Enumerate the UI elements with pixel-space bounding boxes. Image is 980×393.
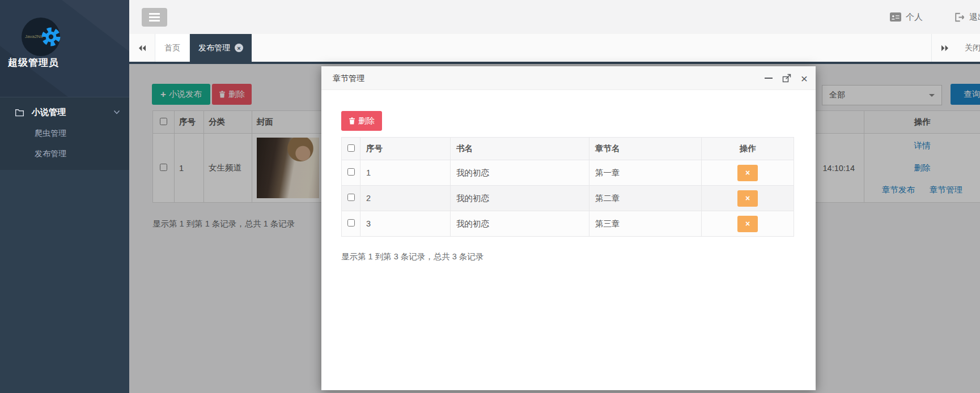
sidebar-item-novel-management[interactable]: 小说管理 <box>0 101 129 123</box>
sidebar-item-label: 小说管理 <box>32 107 66 118</box>
cell-book: 我的初恋 <box>451 160 589 186</box>
sidebar-profile: Java2Nb 超级管理员 <box>0 0 129 97</box>
sidebar-item-publish-management[interactable]: 发布管理 <box>0 144 129 164</box>
logout-label: 退出 <box>969 12 980 23</box>
sidebar-toggle-button[interactable] <box>142 8 167 27</box>
delete-chapter-row-button[interactable]: × <box>737 190 758 207</box>
double-right-arrow-icon <box>940 44 949 52</box>
tabs-scroll-right-button[interactable] <box>931 34 957 62</box>
tab-label: 发布管理 <box>198 43 230 53</box>
trash-icon <box>349 117 355 125</box>
modal-record-summary: 显示第 1 到第 3 条记录，总共 3 条记录 <box>341 251 816 262</box>
col-chapter: 章节名 <box>589 138 702 160</box>
cell-no: 1 <box>360 160 451 186</box>
topbar-right: 个人 退出 <box>890 0 980 34</box>
folder-icon <box>15 108 24 117</box>
chapter-checkbox[interactable] <box>347 168 355 176</box>
chapter-checkbox[interactable] <box>347 194 355 201</box>
sidebar-item-crawler-management[interactable]: 爬虫管理 <box>0 123 129 144</box>
logout-menu-item[interactable]: 退出 <box>954 12 980 23</box>
personal-label: 个人 <box>906 12 923 23</box>
tabbar: 首页 发布管理 × 关闭操作 <box>129 34 980 64</box>
chapter-checkbox[interactable] <box>347 219 355 227</box>
personal-menu-item[interactable]: 个人 <box>890 12 923 23</box>
sidebar-menu: 小说管理 爬虫管理 发布管理 <box>0 97 129 170</box>
tabs-scroll-left-button[interactable] <box>129 34 155 62</box>
col-no: 序号 <box>360 138 451 160</box>
tab-close-icon[interactable]: × <box>235 44 243 52</box>
cell-no: 3 <box>360 211 451 237</box>
modal-title: 章节管理 <box>333 66 364 90</box>
cell-chapter: 第二章 <box>589 186 702 211</box>
app-root: Java2Nb 超级管理员 小说管理 <box>0 0 980 393</box>
cell-no: 2 <box>360 186 451 211</box>
topbar: 个人 退出 <box>129 0 980 34</box>
gear-icon <box>40 26 62 48</box>
user-name: 超级管理员 <box>8 56 59 69</box>
hamburger-icon <box>149 13 160 15</box>
chapter-row: 1 我的初恋 第一章 × <box>342 160 794 186</box>
modal-header[interactable]: 章节管理 × <box>321 66 816 90</box>
tabbar-spacer <box>252 34 931 62</box>
minimize-icon[interactable] <box>765 78 773 79</box>
delete-chapter-row-button[interactable]: × <box>737 216 758 232</box>
chapter-table-header-row: 序号 书名 章节名 操作 <box>342 138 794 160</box>
chapter-row: 3 我的初恋 第三章 × <box>342 211 794 237</box>
sign-out-icon <box>954 12 965 22</box>
avatar: Java2Nb <box>22 18 60 56</box>
col-operations: 操作 <box>702 138 794 160</box>
close-icon[interactable]: × <box>801 72 808 84</box>
select-all-chapters-checkbox[interactable] <box>347 144 355 152</box>
col-book: 书名 <box>451 138 589 160</box>
modal-body: 删除 序号 书名 章节名 操作 1 <box>321 90 816 262</box>
delete-chapter-button[interactable]: 删除 <box>341 111 382 131</box>
sidebar: Java2Nb 超级管理员 小说管理 <box>0 0 129 393</box>
chapter-row: 2 我的初恋 第二章 × <box>342 186 794 211</box>
cell-chapter: 第一章 <box>589 160 702 186</box>
chapter-management-modal: 章节管理 × 删除 <box>321 66 816 390</box>
tab-publish-management[interactable]: 发布管理 × <box>190 34 252 62</box>
delete-chapter-row-button[interactable]: × <box>737 165 758 181</box>
cell-book: 我的初恋 <box>451 211 589 237</box>
maximize-icon[interactable] <box>782 74 791 83</box>
cell-book: 我的初恋 <box>451 186 589 211</box>
close-operations-menu[interactable]: 关闭操作 <box>957 34 980 62</box>
modal-controls: × <box>765 66 808 90</box>
cell-chapter: 第三章 <box>589 211 702 237</box>
chevron-down-icon <box>113 110 120 115</box>
id-card-icon <box>890 12 901 22</box>
tab-home[interactable]: 首页 <box>155 34 190 62</box>
double-left-arrow-icon <box>138 44 147 52</box>
chapter-table: 序号 书名 章节名 操作 1 我的初恋 第一章 × <box>341 137 794 237</box>
